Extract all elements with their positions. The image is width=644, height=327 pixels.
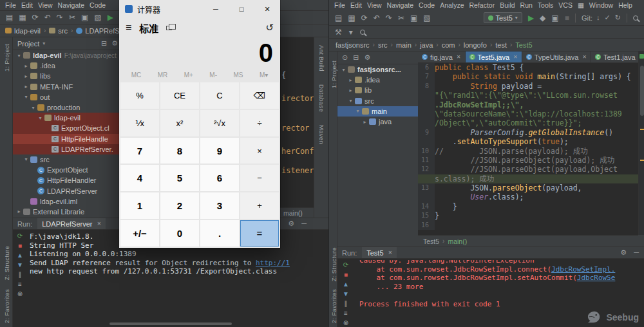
tool-stripe-2-favorites[interactable]: 2: Favorites (330, 289, 337, 323)
coverage-icon[interactable]: ▣ (551, 14, 558, 22)
run-tab-test5[interactable]: Test5 ✕ (362, 247, 397, 258)
tree-item-fastjsonsrc[interactable]: ▾fastjsonsrc... (337, 64, 418, 75)
search-icon[interactable] (633, 15, 638, 21)
calc-four-button[interactable]: 4 (120, 165, 159, 191)
memory-mc-button[interactable]: MC (131, 71, 142, 79)
tool-stripe-project[interactable]: 1: Project (3, 44, 10, 71)
code-line[interactable]: 7 public static void main(String[] args)… (418, 72, 638, 81)
chevron-icon[interactable] (30, 188, 37, 194)
save-all-icon[interactable]: ▦ (19, 14, 26, 21)
menu-file[interactable]: File (332, 1, 348, 9)
git-pull-icon[interactable]: ↓ (596, 14, 600, 21)
console-link[interactable]: JdbcRowSe (577, 274, 616, 282)
down-stack-icon[interactable]: ▼ (17, 262, 23, 268)
tool-stripe-z-structure[interactable]: Z: Structure (3, 246, 10, 280)
git-commit-icon[interactable]: ✓ (605, 14, 611, 21)
chevron-icon[interactable]: ▸ (15, 209, 23, 214)
tool-stripe-ant-build[interactable]: Ant Build (318, 45, 325, 71)
tool-stripe-database[interactable]: Database (318, 84, 325, 112)
calc-nine-button[interactable]: 9 (200, 138, 239, 164)
clear-icon[interactable]: ⊗ (343, 320, 348, 326)
calc-equals-button[interactable]: = (240, 220, 279, 247)
close-tab-icon[interactable]: ✕ (457, 54, 461, 60)
git-refresh-icon[interactable]: ↻ (615, 14, 621, 21)
nav-item-src[interactable]: src (49, 27, 68, 35)
chevron-icon[interactable] (30, 167, 37, 173)
tree-item-exportobject[interactable]: CExportObject (13, 165, 122, 175)
expand-icon[interactable]: ▾ (349, 28, 353, 36)
tree-item-out[interactable]: ▾out (13, 92, 122, 102)
paste-icon[interactable]: ▧ (94, 14, 101, 21)
breadcrumb-test5[interactable]: Test5 (515, 41, 532, 49)
chevron-icon[interactable]: ▾ (354, 108, 361, 114)
menu-file[interactable]: File (3, 1, 19, 9)
menu-navigate[interactable]: Navigate (55, 1, 87, 9)
tool-stripe-z-structure[interactable]: Z: Structure (330, 247, 337, 281)
breadcrumb-test[interactable]: test (495, 41, 507, 49)
chevron-icon[interactable] (30, 178, 37, 183)
rerun-icon[interactable]: ⟳ (17, 233, 23, 239)
editor-breadcrumb-label[interactable]: main() (283, 209, 303, 217)
save-all-icon[interactable]: ▦ (348, 14, 355, 22)
code-line[interactable]: 6public class Test5 { (418, 63, 638, 72)
chevron-icon[interactable] (44, 126, 51, 131)
tree-item-src[interactable]: ▾src (337, 96, 418, 106)
console-link[interactable]: JdbcRowSetImpl. (551, 265, 615, 274)
code-line[interactable]: 14 } (418, 202, 638, 211)
clear-icon[interactable]: ⊗ (17, 291, 23, 297)
calc-square-button[interactable]: x² (160, 110, 199, 136)
menu-view[interactable]: View (35, 1, 55, 9)
menu-edit[interactable]: Edit (19, 1, 35, 9)
menu-code[interactable]: Code (416, 1, 437, 9)
chevron-icon[interactable]: ▾ (340, 67, 347, 73)
debug-icon[interactable]: ◆ (540, 14, 545, 22)
sync-icon[interactable]: ⟳ (361, 14, 368, 22)
settings-icon[interactable]: ⚙ (111, 40, 118, 47)
code-editor[interactable]: 6public class Test5 {7 public static voi… (418, 63, 638, 235)
tree-item-main[interactable]: ▾main (337, 106, 418, 117)
menu-build[interactable]: Build (497, 1, 517, 9)
history-icon[interactable]: ↺ (265, 22, 274, 33)
memory-m-button[interactable]: M- (209, 71, 217, 79)
calc-reciprocal-button[interactable]: ⅟x (120, 110, 159, 136)
calc-square-root-button[interactable]: ²√x (200, 110, 239, 136)
hide-icon[interactable]: ─ (634, 249, 639, 256)
chevron-icon[interactable] (44, 136, 51, 142)
code-line[interactable]: 15} (418, 211, 638, 220)
code-line[interactable]: .JdbcRowSetImpl;;\", (418, 100, 638, 109)
tree-item-ldaprefserver[interactable]: CLDAPRefServer. (13, 144, 122, 154)
breadcrumb-main[interactable]: main() (448, 238, 467, 245)
tree-item-java[interactable]: ▸java (337, 117, 418, 127)
chevron-icon[interactable] (23, 198, 30, 204)
editor-tab-test1-java[interactable]: CTest1.java✕ (591, 51, 638, 62)
menu-window[interactable]: Window (587, 1, 616, 9)
undo-icon[interactable]: ↶ (44, 14, 51, 21)
settings-icon[interactable]: ⚙ (364, 54, 370, 61)
calc-add-button[interactable]: + (240, 192, 279, 219)
breadcrumb-src[interactable]: src (378, 41, 388, 49)
chevron-icon[interactable]: ▸ (347, 77, 354, 83)
undo-icon[interactable]: ↶ (374, 14, 380, 22)
code-line[interactable]: .setAutoTypeSupport(true); (418, 137, 638, 146)
editor-tab-typeutils-java[interactable]: CTypeUtils.java✕ (522, 51, 591, 62)
console-link[interactable]: http://1 (256, 259, 290, 267)
calc-five-button[interactable]: 5 (160, 165, 199, 191)
editor-tab-test5-java[interactable]: CTest5.java✕ (466, 51, 522, 62)
chevron-icon[interactable]: ▸ (347, 88, 354, 93)
close-icon[interactable]: ✕ (97, 221, 102, 227)
tree-item-ldap-evil-iml[interactable]: ldap-evil.iml (13, 196, 122, 207)
menu-tools[interactable]: Tools (535, 1, 556, 9)
tree-item-idea[interactable]: ▸.idea (13, 61, 122, 71)
code-line[interactable]: /Object\",\"autoCommit\":true}}"; (418, 118, 638, 127)
tree-item-lib[interactable]: ▸lib (337, 85, 418, 95)
code-line[interactable]: 12 //JSON.parseObject(payload,Object (418, 165, 638, 174)
redo-icon[interactable]: ↷ (386, 14, 392, 22)
breadcrumb-main[interactable]: main (396, 41, 412, 49)
collapse-all-icon[interactable]: ⊟ (353, 54, 359, 61)
breadcrumb-test5[interactable]: Test5 (423, 238, 439, 245)
calc-zero-button[interactable]: 0 (160, 220, 199, 247)
window-switch-icon[interactable]: ▦ (575, 2, 587, 9)
chevron-icon[interactable]: ▾ (15, 53, 23, 59)
chevron-icon[interactable]: ▸ (23, 84, 30, 89)
up-stack-icon[interactable]: ▲ (17, 252, 23, 259)
